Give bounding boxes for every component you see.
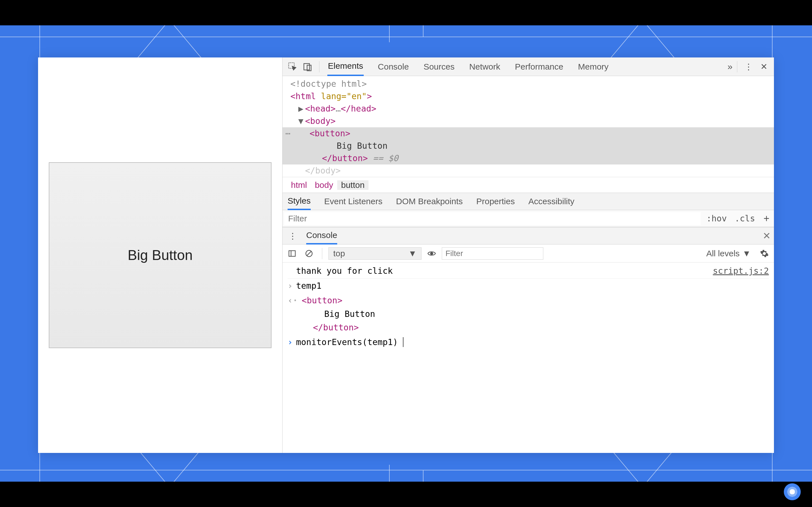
console-input-history: temp1 — [296, 279, 321, 293]
styles-filter-input[interactable] — [284, 212, 701, 225]
console-node-open: <button> — [302, 295, 343, 305]
console-node-text: Big Button — [296, 307, 375, 321]
console-output-node[interactable]: <button> Big Button </button> — [296, 294, 375, 334]
svg-rect-1 — [304, 63, 310, 70]
dom-head-close: </head> — [341, 104, 376, 114]
console-output[interactable]: thank you for click script.js:2 › temp1 … — [283, 263, 774, 453]
disclosure-triangle-icon[interactable]: ▼ — [298, 115, 305, 127]
dom-body-open[interactable]: <body> — [305, 116, 336, 126]
console-settings-icon[interactable] — [758, 247, 771, 260]
dom-html-attr: lang="en" — [316, 91, 367, 101]
dom-html-close-bracket: > — [367, 91, 372, 101]
chrome-logo-icon — [784, 483, 801, 500]
tab-performance[interactable]: Performance — [514, 57, 564, 76]
devtools-panel: Elements Console Sources Network Perform… — [282, 57, 774, 453]
dom-head-ellipsis: … — [336, 104, 341, 114]
context-selector-value: top — [333, 249, 345, 258]
big-button[interactable]: Big Button — [49, 162, 271, 348]
live-expression-icon[interactable] — [425, 247, 439, 260]
console-filter-input[interactable] — [442, 247, 543, 260]
device-toolbar-icon[interactable] — [301, 60, 315, 73]
tab-memory[interactable]: Memory — [577, 57, 609, 76]
browser-devtools-window: Big Button Elements Console Sources Netw… — [38, 57, 774, 453]
devtools-tab-strip: Elements Console Sources Network Perform… — [327, 57, 720, 76]
dom-tree[interactable]: <!doctype html> <html lang="en"> ▶<head>… — [283, 76, 774, 177]
close-drawer-icon[interactable]: ✕ — [763, 230, 770, 241]
tab-console[interactable]: Console — [377, 57, 409, 76]
console-input-current[interactable]: monitorEvents(temp1) — [296, 335, 403, 349]
drawer-kebab-icon[interactable]: ⋮ — [286, 229, 299, 242]
tab-event-listeners[interactable]: Event Listeners — [324, 193, 383, 210]
dom-doctype: <!doctype html> — [290, 79, 367, 89]
more-tabs-icon[interactable]: » — [727, 61, 732, 72]
sidebar-toggle-icon[interactable] — [285, 247, 299, 260]
console-drawer-tab[interactable]: Console — [306, 227, 337, 244]
text-cursor — [398, 337, 403, 347]
caret-input-icon: › — [288, 279, 296, 293]
console-drawer-header: ⋮ Console ✕ — [283, 227, 774, 244]
new-style-rule-icon[interactable]: + — [759, 213, 774, 224]
caret-output-icon: ‹· — [288, 294, 296, 307]
breadcrumb-body[interactable]: body — [311, 180, 337, 190]
dom-dollar-zero: == $0 — [368, 153, 398, 163]
breadcrumb-html[interactable]: html — [287, 180, 311, 190]
dom-selected-node[interactable]: ⋯ <button> Big Button </button> == $0 — [283, 127, 774, 165]
close-devtools-icon[interactable]: ✕ — [757, 60, 770, 73]
tab-properties[interactable]: Properties — [476, 193, 515, 210]
dom-head-open[interactable]: <head> — [305, 104, 336, 114]
devtools-main-toolbar: Elements Console Sources Network Perform… — [283, 57, 774, 76]
console-node-close: </button> — [313, 323, 359, 332]
dom-html-open[interactable]: <html — [290, 91, 316, 101]
rendered-page-pane: Big Button — [38, 57, 282, 453]
svg-rect-3 — [289, 251, 296, 256]
console-toolbar: top ▼ All levels ▼ — [283, 244, 774, 263]
chevron-down-icon: ▼ — [742, 249, 751, 258]
tab-dom-breakpoints[interactable]: DOM Breakpoints — [396, 193, 463, 210]
separator — [737, 61, 737, 72]
breadcrumb: html body button — [283, 177, 774, 193]
tab-elements[interactable]: Elements — [327, 57, 364, 76]
svg-point-7 — [430, 252, 434, 255]
disclosure-triangle-icon[interactable]: ▶ — [298, 103, 305, 115]
console-source-link[interactable]: script.js:2 — [713, 264, 769, 278]
kebab-menu-icon[interactable]: ⋮ — [742, 60, 755, 73]
context-selector[interactable]: top ▼ — [328, 247, 421, 260]
dom-button-text: Big Button — [290, 140, 774, 152]
log-level-selector[interactable]: All levels ▼ — [706, 249, 751, 258]
dom-button-open: <button> — [310, 128, 350, 138]
clear-console-icon[interactable] — [302, 247, 316, 260]
cls-toggle[interactable]: .cls — [731, 214, 759, 223]
tab-styles[interactable]: Styles — [288, 193, 311, 210]
caret-prompt-icon: › — [288, 335, 296, 349]
console-log-message: thank you for click — [296, 264, 393, 278]
tab-sources[interactable]: Sources — [423, 57, 455, 76]
styles-sidebar-tabs: Styles Event Listeners DOM Breakpoints P… — [283, 193, 774, 210]
chevron-down-icon: ▼ — [408, 249, 417, 258]
log-level-label: All levels — [706, 249, 740, 258]
tab-network[interactable]: Network — [469, 57, 501, 76]
tab-accessibility[interactable]: Accessibility — [528, 193, 574, 210]
svg-line-6 — [307, 251, 311, 256]
separator — [319, 61, 319, 72]
inspect-element-icon[interactable] — [286, 60, 299, 73]
hov-toggle[interactable]: :hov — [702, 214, 730, 223]
dom-body-close: </body> — [305, 166, 341, 175]
dom-button-close: </button> — [322, 153, 368, 163]
styles-filter-row: :hov .cls + — [283, 210, 774, 227]
breadcrumb-button[interactable]: button — [337, 180, 368, 190]
